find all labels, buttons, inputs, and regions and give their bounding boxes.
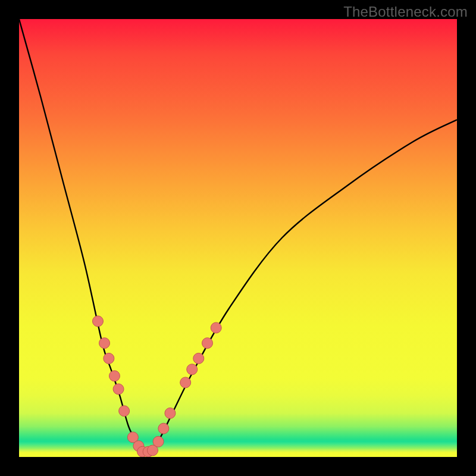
curve-markers xyxy=(92,316,221,457)
watermark-text: TheBottleneck.com xyxy=(343,4,468,20)
curve-marker xyxy=(104,353,114,364)
curve-marker xyxy=(119,406,130,416)
curve-marker xyxy=(165,408,176,418)
plot-area xyxy=(19,19,457,457)
curve-marker xyxy=(202,338,212,349)
curve-marker xyxy=(92,316,103,327)
curve-marker xyxy=(113,384,124,394)
curve-marker xyxy=(180,377,191,388)
bottleneck-curve xyxy=(19,19,457,453)
curve-marker xyxy=(158,423,169,434)
curve-marker xyxy=(153,436,164,447)
curve-marker xyxy=(211,322,221,333)
curve-marker xyxy=(193,353,204,364)
curve-marker xyxy=(99,338,110,349)
chart-frame: TheBottleneck.com xyxy=(0,0,476,476)
curve-marker xyxy=(187,364,198,375)
curve-marker xyxy=(109,371,120,381)
curve-layer xyxy=(19,19,457,457)
